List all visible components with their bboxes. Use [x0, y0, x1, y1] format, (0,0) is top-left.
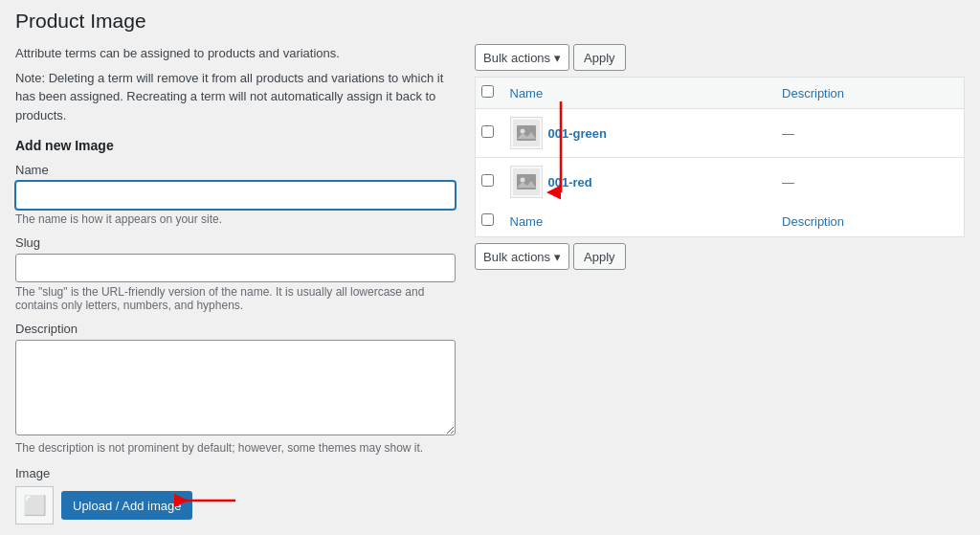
- bulk-actions-top-label: Bulk actions: [483, 51, 550, 65]
- footer-description-label: Description: [782, 214, 844, 229]
- main-layout: Attribute terms can be assigned to produ…: [15, 44, 965, 535]
- footer-name-col: Name: [501, 206, 773, 237]
- name-input[interactable]: [15, 181, 456, 210]
- header-description-label: Description: [782, 86, 844, 100]
- image-placeholder-box: ⬜: [15, 486, 54, 524]
- image-row: ⬜ Upload / Add image: [15, 486, 456, 524]
- row-description-cell-1: —: [772, 158, 964, 207]
- bulk-actions-bottom-label: Bulk actions: [483, 250, 550, 264]
- svg-point-4: [520, 129, 524, 134]
- term-thumb-0: [510, 117, 543, 149]
- add-new-heading: Add new Image: [15, 138, 456, 153]
- name-hint: The name is how it appears on your site.: [15, 212, 456, 226]
- description-field-wrapper: Description The description is not promi…: [15, 322, 456, 455]
- bulk-actions-bottom-select[interactable]: Bulk actions ▾: [475, 243, 569, 270]
- right-column: Bulk actions ▾ Apply Name: [475, 44, 965, 276]
- term-name-link-1[interactable]: 001-red: [548, 175, 592, 189]
- row-checkbox-0[interactable]: [481, 125, 494, 138]
- slug-input[interactable]: [15, 254, 456, 282]
- row-checkbox-1[interactable]: [481, 174, 494, 187]
- header-name-col: Name: [501, 78, 773, 109]
- term-thumb-1: [510, 166, 543, 198]
- bulk-actions-bottom-row: Bulk actions ▾ Apply: [475, 243, 965, 270]
- name-field-wrapper: Name The name is how it appears on your …: [15, 163, 456, 226]
- image-label: Image: [15, 466, 456, 480]
- page-title: Product Image: [15, 10, 965, 33]
- footer-name-label: Name: [510, 214, 544, 229]
- apply-top-button[interactable]: Apply: [573, 44, 626, 71]
- footer-checkbox-col: [476, 206, 501, 237]
- row-description-1: —: [782, 175, 794, 189]
- select-all-checkbox[interactable]: [481, 85, 494, 98]
- footer-description-col: Description: [772, 206, 964, 237]
- page-wrapper: Product Image Attribute terms can be ass…: [0, 0, 980, 535]
- chevron-down-bottom-icon: ▾: [554, 250, 561, 264]
- table-header-row: Name Description: [476, 78, 965, 109]
- bulk-actions-top-row: Bulk actions ▾ Apply: [475, 44, 965, 71]
- upload-add-image-button[interactable]: Upload / Add image: [61, 491, 192, 520]
- footer-select-all-checkbox[interactable]: [481, 213, 494, 226]
- bulk-actions-top-select[interactable]: Bulk actions ▾: [475, 44, 569, 71]
- slug-hint: The "slug" is the URL-friendly version o…: [15, 285, 456, 312]
- apply-bottom-button[interactable]: Apply: [573, 243, 626, 270]
- image-section: Image ⬜ Upload / Add image: [15, 466, 456, 535]
- description-label: Description: [15, 322, 456, 336]
- header-description-col: Description: [772, 78, 964, 109]
- name-label: Name: [15, 163, 456, 177]
- term-name-link-0[interactable]: 001-green: [548, 126, 607, 141]
- table-footer-name-row: Name Description: [476, 206, 965, 237]
- row-name-cell-0: 001-green: [501, 109, 773, 158]
- svg-point-7: [520, 178, 524, 183]
- description-text: Attribute terms can be assigned to produ…: [15, 44, 456, 63]
- row-checkbox-cell-0: [476, 109, 501, 158]
- table-row: 001-red —: [476, 158, 965, 207]
- description-textarea[interactable]: [15, 340, 456, 435]
- terms-table: Name Description: [475, 77, 965, 237]
- chevron-down-icon: ▾: [554, 51, 561, 65]
- header-name-label: Name: [510, 86, 544, 100]
- left-column: Attribute terms can be assigned to produ…: [15, 44, 456, 535]
- row-name-cell-1: 001-red: [501, 158, 773, 207]
- image-placeholder-icon: ⬜: [23, 494, 47, 517]
- slug-field-wrapper: Slug The "slug" is the URL-friendly vers…: [15, 235, 456, 312]
- row-checkbox-cell-1: [476, 158, 501, 207]
- description-hint: The description is not prominent by defa…: [15, 441, 456, 455]
- table-row: 001-green —: [476, 109, 965, 158]
- row-description-cell-0: —: [772, 109, 964, 158]
- row-description-0: —: [782, 126, 794, 141]
- note-text: Note: Deleting a term will remove it fro…: [15, 69, 456, 125]
- slug-label: Slug: [15, 235, 456, 250]
- header-checkbox-col: [476, 78, 501, 109]
